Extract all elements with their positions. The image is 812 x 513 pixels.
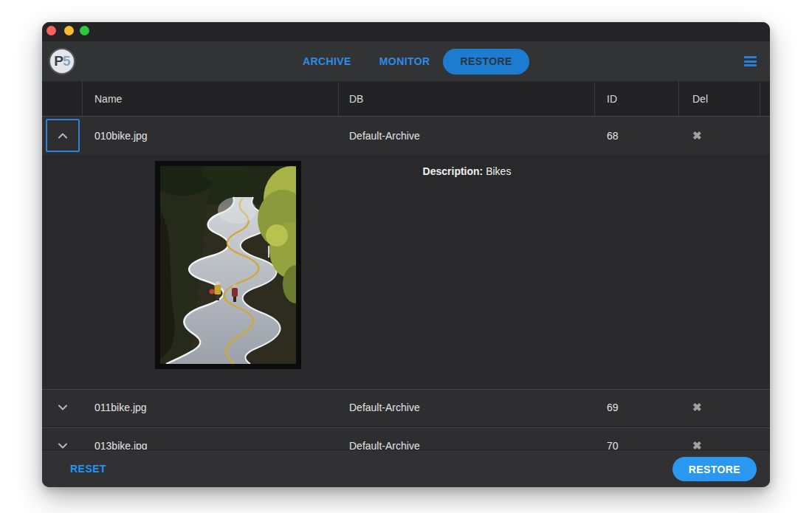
- col-name: Name: [83, 81, 339, 116]
- row-id: 68: [595, 116, 679, 155]
- collapse-toggle[interactable]: [46, 119, 80, 152]
- winding-road-photo: [155, 161, 301, 369]
- col-del: Del: [679, 81, 760, 116]
- table-row[interactable]: 013bike.jpg Default-Archive 70 ✖: [42, 427, 770, 450]
- description-value: Bikes: [486, 165, 511, 177]
- row-name: 013bike.jpg: [83, 427, 339, 450]
- title-bar: [42, 22, 770, 41]
- col-id: ID: [595, 81, 679, 116]
- table-row[interactable]: 010bike.jpg Default-Archive 68 ✖: [42, 116, 770, 155]
- delete-icon[interactable]: ✖: [692, 401, 702, 414]
- row-id: 69: [595, 389, 679, 426]
- delete-icon[interactable]: ✖: [692, 129, 702, 142]
- preview-image: [155, 161, 301, 369]
- table-header: Name DB ID Del: [42, 81, 770, 116]
- chevron-down-icon: [58, 404, 67, 410]
- chevron-up-icon: [58, 133, 67, 139]
- minimize-button[interactable]: [64, 26, 74, 35]
- row-db: Default-Archive: [339, 116, 595, 155]
- main-tabs: ARCHIVE MONITOR RESTORE: [303, 41, 529, 81]
- table-body: 010bike.jpg Default-Archive 68 ✖ Descrip…: [42, 116, 770, 450]
- tab-archive[interactable]: ARCHIVE: [303, 55, 351, 67]
- row-id: 70: [595, 427, 679, 450]
- footer-bar: RESET RESTORE: [42, 450, 770, 487]
- row-name: 010bike.jpg: [83, 116, 339, 155]
- app-header: P5 ARCHIVE MONITOR RESTORE: [42, 41, 770, 81]
- description-text: Description: Bikes: [339, 165, 595, 177]
- tab-restore-active[interactable]: RESTORE: [443, 49, 529, 75]
- row-name: 011bike.jpg: [83, 389, 339, 426]
- logo-text-5: 5: [63, 53, 70, 69]
- zoom-button[interactable]: [80, 26, 89, 35]
- restore-button[interactable]: RESTORE: [672, 457, 757, 481]
- app-window: P5 ARCHIVE MONITOR RESTORE Name DB ID De…: [42, 22, 770, 487]
- description-label: Description:: [423, 165, 484, 177]
- expand-toggle[interactable]: [47, 393, 78, 423]
- row-db: Default-Archive: [339, 427, 595, 450]
- delete-icon[interactable]: ✖: [692, 439, 702, 450]
- close-button[interactable]: [47, 26, 56, 35]
- row-detail-panel: Description: Bikes: [42, 155, 770, 388]
- reset-button[interactable]: RESET: [70, 450, 106, 487]
- expand-toggle[interactable]: [47, 431, 78, 451]
- col-expander: [42, 81, 83, 116]
- tab-monitor[interactable]: MONITOR: [379, 55, 430, 67]
- logo-text-p: P: [54, 53, 63, 69]
- p5-logo: P5: [49, 48, 75, 75]
- row-db: Default-Archive: [339, 389, 595, 426]
- col-filler: [760, 81, 770, 116]
- col-db: DB: [339, 81, 595, 116]
- table-row[interactable]: 011bike.jpg Default-Archive 69 ✖: [42, 389, 770, 426]
- hamburger-menu-icon[interactable]: [744, 56, 757, 66]
- chevron-down-icon: [58, 443, 67, 449]
